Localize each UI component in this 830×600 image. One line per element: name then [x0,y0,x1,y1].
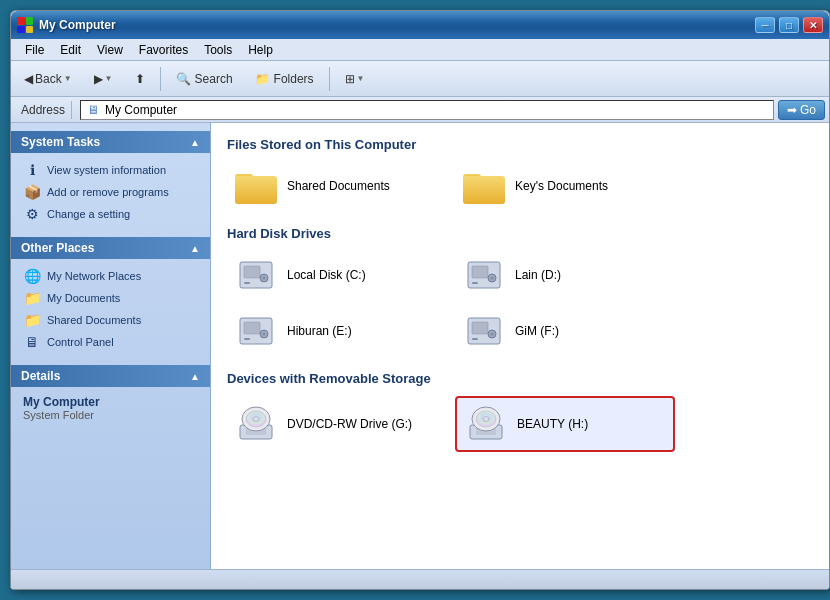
folder-icon-shared [235,168,277,204]
details-chevron: ▲ [190,371,200,382]
other-places-chevron: ▲ [190,243,200,254]
address-value: My Computer [105,103,177,117]
hdd-items-grid: Local Disk (C:) Lain (D:) [227,251,813,355]
disk-e-label: Hiburan (E:) [287,324,352,338]
shared-docs-icon: 📁 [23,312,41,328]
shared-documents-label: Shared Documents [287,179,390,193]
toolbar-sep-2 [329,67,330,91]
item-disk-d[interactable]: Lain (D:) [455,251,675,299]
go-button[interactable]: ➡ Go [778,100,825,120]
maximize-button[interactable]: □ [779,17,799,33]
svg-point-13 [263,333,266,336]
forward-arrow-icon: ▶ [94,72,103,86]
removable-items-grid: DVD/CD-RW Drive (G:) [227,396,813,452]
menu-favorites[interactable]: Favorites [131,41,196,59]
control-panel-icon: 🖥 [23,334,41,350]
svg-rect-4 [244,282,250,284]
disk-e-icon [235,313,277,349]
system-tasks-section: System Tasks ▲ ℹ View system information… [11,131,210,231]
main-window: My Computer ─ □ ✕ File Edit View Favorit… [10,10,830,590]
disk-d-icon [463,257,505,293]
details-content: My Computer System Folder [11,387,210,429]
window-controls: ─ □ ✕ [755,17,823,33]
system-tasks-chevron: ▲ [190,137,200,148]
item-keys-documents[interactable]: Key's Documents [455,162,675,210]
toolbar: ◀ Back ▼ ▶ ▼ ⬆ 🔍 Search 📁 Folders ⊞ ▼ [11,61,829,97]
disk-d-label: Lain (D:) [515,268,561,282]
sidebar-item-control-panel[interactable]: 🖥 Control Panel [11,331,210,353]
network-icon: 🌐 [23,268,41,284]
item-cd-h[interactable]: BEAUTY (H:) [455,396,675,452]
menu-view[interactable]: View [89,41,131,59]
address-label: Address [15,101,72,119]
details-header[interactable]: Details ▲ [11,365,210,387]
details-section: Details ▲ My Computer System Folder [11,365,210,429]
disk-f-icon [463,313,505,349]
menu-tools[interactable]: Tools [196,41,240,59]
item-shared-documents[interactable]: Shared Documents [227,162,447,210]
add-remove-icon: 📦 [23,184,41,200]
cd-g-label: DVD/CD-RW Drive (G:) [287,417,412,431]
svg-point-8 [491,277,494,280]
addressbar: Address 🖥 My Computer ➡ Go [11,97,829,123]
disk-f-label: GiM (F:) [515,324,559,338]
forward-dropdown-icon: ▼ [105,74,113,83]
svg-point-18 [491,333,494,336]
back-arrow-icon: ◀ [24,72,33,86]
menu-help[interactable]: Help [240,41,281,59]
svg-rect-1 [244,266,260,278]
sidebar-item-my-documents[interactable]: 📁 My Documents [11,287,210,309]
keys-documents-label: Key's Documents [515,179,608,193]
folders-icon: 📁 [255,72,270,86]
sidebar-item-change-setting[interactable]: ⚙ Change a setting [11,203,210,225]
toolbar-sep-1 [160,67,161,91]
minimize-button[interactable]: ─ [755,17,775,33]
up-button[interactable]: ⬆ [126,65,154,93]
menu-file[interactable]: File [17,41,52,59]
sidebar-item-shared-documents[interactable]: 📁 Shared Documents [11,309,210,331]
statusbar [11,569,829,589]
cd-g-icon [235,404,277,444]
titlebar: My Computer ─ □ ✕ [11,11,829,39]
item-disk-e[interactable]: Hiburan (E:) [227,307,447,355]
item-disk-c[interactable]: Local Disk (C:) [227,251,447,299]
folder-icon-keys [463,168,505,204]
views-button[interactable]: ⊞ ▼ [336,65,374,93]
forward-button[interactable]: ▶ ▼ [85,65,122,93]
sidebar-item-add-remove[interactable]: 📦 Add or remove programs [11,181,210,203]
svg-rect-19 [472,338,478,340]
menu-edit[interactable]: Edit [52,41,89,59]
change-setting-icon: ⚙ [23,206,41,222]
stored-items-grid: Shared Documents Key's Documents [227,162,813,210]
svg-rect-14 [244,338,250,340]
item-disk-f[interactable]: GiM (F:) [455,307,675,355]
search-icon: 🔍 [176,72,191,86]
removable-section-title: Devices with Removable Storage [227,371,813,386]
search-button[interactable]: 🔍 Search [167,65,242,93]
menubar: File Edit View Favorites Tools Help [11,39,829,61]
disk-c-label: Local Disk (C:) [287,268,366,282]
window-title: My Computer [39,18,755,32]
details-subtitle: System Folder [23,409,198,421]
sidebar-item-network-places[interactable]: 🌐 My Network Places [11,265,210,287]
close-button[interactable]: ✕ [803,17,823,33]
cd-h-label: BEAUTY (H:) [517,417,588,431]
cd-h-icon [465,404,507,444]
other-places-header[interactable]: Other Places ▲ [11,237,210,259]
sidebar-item-view-system-info[interactable]: ℹ View system information [11,159,210,181]
back-dropdown-icon: ▼ [64,74,72,83]
system-tasks-header[interactable]: System Tasks ▲ [11,131,210,153]
item-cd-g[interactable]: DVD/CD-RW Drive (G:) [227,396,447,452]
stored-section-title: Files Stored on This Computer [227,137,813,152]
my-documents-icon: 📁 [23,290,41,306]
go-arrow-icon: ➡ [787,103,797,117]
svg-rect-11 [244,322,260,334]
svg-rect-16 [472,322,488,334]
folders-button[interactable]: 📁 Folders [246,65,323,93]
views-icon: ⊞ [345,72,355,86]
system-tasks-content: ℹ View system information 📦 Add or remov… [11,153,210,231]
main-area: System Tasks ▲ ℹ View system information… [11,123,829,569]
svg-point-24 [253,417,259,422]
back-button[interactable]: ◀ Back ▼ [15,65,81,93]
address-input[interactable]: 🖥 My Computer [80,100,774,120]
